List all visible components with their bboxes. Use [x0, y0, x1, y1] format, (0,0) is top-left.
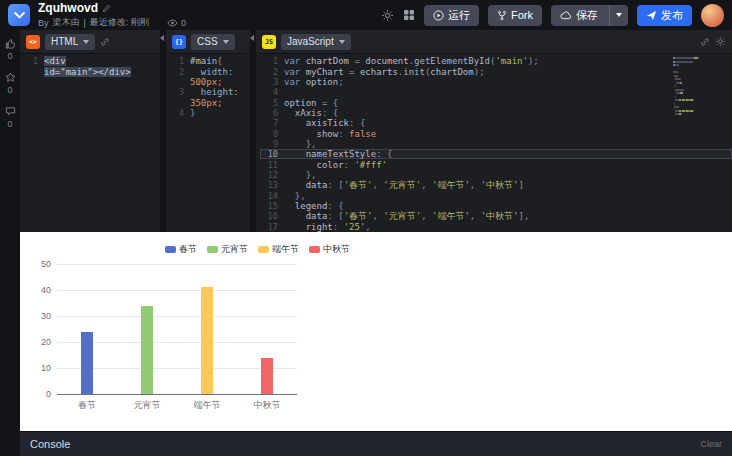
- star-stat[interactable]: 0: [5, 72, 16, 95]
- code-line[interactable]: 2 width:: [170, 66, 250, 76]
- save-options-caret[interactable]: [609, 5, 628, 26]
- comment-stat[interactable]: 0: [5, 106, 16, 129]
- code-line[interactable]: 9 },: [260, 139, 732, 149]
- y-axis-label: 0: [31, 389, 51, 399]
- fork-button[interactable]: Fork: [488, 5, 542, 26]
- code-line[interactable]: 3var option;: [260, 77, 732, 87]
- minimap-line: [673, 106, 729, 108]
- html-link-icon[interactable]: [100, 37, 110, 47]
- code-line[interactable]: 2var myChart = echarts.init(chartDom);: [260, 66, 732, 76]
- code-line[interactable]: 350px;: [170, 97, 250, 107]
- collapse-left-icon[interactable]: [160, 35, 164, 41]
- code-line[interactable]: 5option = {: [260, 97, 732, 107]
- views-count: 0: [181, 18, 186, 28]
- code-line[interactable]: 3 height:: [170, 87, 250, 97]
- legend-marker-icon: [258, 246, 269, 253]
- edit-title-icon[interactable]: [102, 4, 111, 13]
- legend-marker-icon: [165, 246, 176, 253]
- like-count: 0: [7, 51, 12, 61]
- grid-line: [57, 290, 297, 291]
- legend-label: 春节: [179, 243, 197, 256]
- code-line[interactable]: 7 axisTick: {: [260, 118, 732, 128]
- code-line[interactable]: 16 data: ['春节', '元宵节', '端午节', '中秋节'],: [260, 211, 732, 221]
- settings-gear-icon[interactable]: [381, 9, 394, 22]
- grid-line: [57, 342, 297, 343]
- minimap-line: [673, 110, 729, 112]
- line-number: 1: [170, 56, 184, 66]
- html-panel: <> HTML 1<divid="main"></div>: [20, 30, 160, 232]
- editor-row: <> HTML 1<divid="main"></div> {} CSS: [20, 30, 732, 232]
- paper-plane-icon: [646, 10, 657, 21]
- console-clear-button[interactable]: Clear: [700, 439, 722, 449]
- y-axis-label: 50: [31, 259, 51, 269]
- code-line[interactable]: 1<div: [24, 56, 160, 66]
- publish-label: 发布: [661, 8, 683, 23]
- js-panel: JS JavaScript 1var chartDom = docum: [256, 30, 732, 232]
- code-minimap[interactable]: [673, 57, 729, 117]
- run-label: 运行: [448, 8, 470, 23]
- html-panel-header: <> HTML: [20, 30, 160, 54]
- chart-bar: [261, 358, 273, 394]
- code-line[interactable]: 14 },: [260, 190, 732, 200]
- layout-grid-icon[interactable]: [403, 9, 415, 21]
- chart-bar: [201, 287, 213, 394]
- modified-time: 最近修改: 刚刚: [90, 16, 149, 29]
- legend-item[interactable]: 元宵节: [207, 243, 248, 256]
- js-code-editor[interactable]: 1var chartDom = document.getElementById(…: [256, 54, 732, 232]
- save-button[interactable]: 保存: [551, 5, 605, 26]
- code-line[interactable]: 13 data: ['春节', '元宵节', '端午节', '中秋节']: [260, 180, 732, 190]
- publish-button[interactable]: 发布: [637, 5, 692, 26]
- app-logo[interactable]: [8, 4, 30, 26]
- code-line[interactable]: 17 right: '25',: [260, 222, 732, 232]
- code-line[interactable]: 1var chartDom = document.getElementById(…: [260, 56, 732, 66]
- js-link-icon[interactable]: [700, 37, 710, 47]
- minimap-line: [673, 85, 729, 87]
- line-number: 10: [260, 149, 278, 159]
- run-button[interactable]: 运行: [424, 5, 479, 26]
- legend-marker-icon: [309, 246, 320, 253]
- code-line[interactable]: 6 xAxis: {: [260, 108, 732, 118]
- code-line[interactable]: 500px;: [170, 77, 250, 87]
- line-number: 1: [24, 56, 38, 66]
- star-icon: [5, 72, 16, 83]
- code-line[interactable]: 4}: [170, 108, 250, 118]
- x-axis-label: 元宵节: [134, 399, 161, 412]
- collapse-left-icon[interactable]: [250, 35, 254, 41]
- css-code-editor[interactable]: 1#main{2 width:500px;3 height:350px;4}: [166, 54, 250, 232]
- byline-by: By: [38, 18, 49, 28]
- grid-line: [57, 264, 297, 265]
- console-bar[interactable]: Console Clear: [20, 431, 732, 456]
- html-panel-select[interactable]: HTML: [45, 34, 95, 50]
- legend-item[interactable]: 春节: [165, 243, 197, 256]
- author-link[interactable]: 梁木由: [53, 16, 80, 29]
- html-code-editor[interactable]: 1<divid="main"></div>: [20, 54, 160, 232]
- legend-item[interactable]: 端午节: [258, 243, 299, 256]
- js-panel-select[interactable]: JavaScript: [281, 34, 351, 50]
- top-bar: Zquhwovd By 梁木由 | 最近修改: 刚刚 0: [0, 0, 732, 30]
- cloud-save-icon: [560, 11, 572, 20]
- js-panel-label: JavaScript: [287, 36, 334, 47]
- like-stat[interactable]: 0: [5, 38, 16, 61]
- save-button-group: 保存: [551, 5, 628, 26]
- preview-pane: 春节元宵节端午节中秋节 01020304050春节元宵节端午节中秋节: [20, 232, 732, 431]
- main-area: 0 0 0 <> HTML: [0, 30, 732, 456]
- code-line[interactable]: 10 nameTextStyle: {: [260, 149, 732, 159]
- js-panel-header: JS JavaScript: [256, 30, 732, 54]
- minimap-line: [673, 75, 729, 77]
- css-panel-select[interactable]: CSS: [191, 34, 235, 50]
- y-axis-label: 10: [31, 363, 51, 373]
- code-line[interactable]: 8 show: false: [260, 128, 732, 138]
- user-avatar[interactable]: [701, 4, 724, 27]
- chevron-down-icon: [339, 40, 345, 44]
- legend-item[interactable]: 中秋节: [309, 243, 350, 256]
- code-line[interactable]: 11 color: '#fff': [260, 159, 732, 169]
- line-number: 7: [260, 118, 278, 128]
- code-line[interactable]: id="main"></div>: [24, 66, 160, 76]
- code-line[interactable]: 4: [260, 87, 732, 97]
- css-panel-label: CSS: [197, 36, 218, 47]
- code-line[interactable]: 1#main{: [170, 56, 250, 66]
- js-settings-gear-icon[interactable]: [715, 36, 726, 47]
- grid-line: [57, 316, 297, 317]
- comment-icon: [5, 106, 16, 117]
- y-axis-label: 40: [31, 285, 51, 295]
